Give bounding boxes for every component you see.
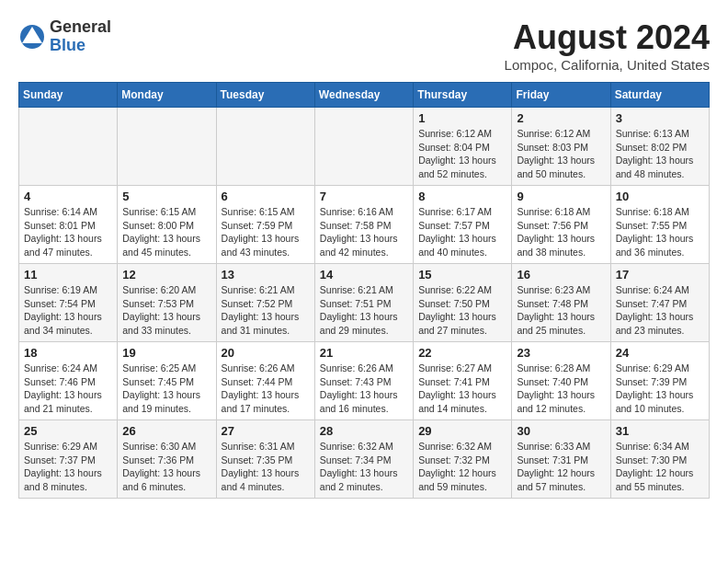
- calendar-week-1: 1Sunrise: 6:12 AM Sunset: 8:04 PM Daylig…: [19, 108, 710, 186]
- day-number: 12: [122, 268, 210, 282]
- day-number: 22: [418, 346, 506, 360]
- calendar-cell: [216, 108, 314, 186]
- calendar-cell: 6Sunrise: 6:15 AM Sunset: 7:59 PM Daylig…: [216, 186, 314, 264]
- day-info: Sunrise: 6:19 AM Sunset: 7:54 PM Dayligh…: [24, 283, 112, 338]
- calendar-cell: 14Sunrise: 6:21 AM Sunset: 7:51 PM Dayli…: [314, 264, 413, 342]
- day-number: 30: [517, 424, 605, 438]
- day-number: 16: [517, 268, 605, 282]
- calendar-cell: 5Sunrise: 6:15 AM Sunset: 8:00 PM Daylig…: [118, 186, 216, 264]
- day-number: 10: [616, 190, 704, 203]
- logo-general: General: [50, 18, 111, 37]
- day-number: 17: [616, 268, 704, 282]
- day-info: Sunrise: 6:26 AM Sunset: 7:44 PM Dayligh…: [222, 362, 310, 416]
- day-number: 25: [24, 424, 112, 438]
- day-number: 7: [320, 190, 408, 203]
- weekday-header-thursday: Thursday: [414, 83, 512, 108]
- calendar: SundayMondayTuesdayWednesdayThursdayFrid…: [18, 82, 710, 499]
- logo-text: General Blue: [50, 18, 111, 55]
- day-info: Sunrise: 6:34 AM Sunset: 7:30 PM Dayligh…: [616, 440, 704, 494]
- calendar-cell: 24Sunrise: 6:29 AM Sunset: 7:39 PM Dayli…: [610, 342, 709, 420]
- calendar-cell: 12Sunrise: 6:20 AM Sunset: 7:53 PM Dayli…: [118, 264, 216, 342]
- day-info: Sunrise: 6:24 AM Sunset: 7:47 PM Dayligh…: [616, 283, 704, 338]
- title-block: August 2024 Lompoc, California, United S…: [505, 18, 710, 73]
- day-number: 13: [222, 268, 310, 282]
- calendar-cell: 8Sunrise: 6:17 AM Sunset: 7:57 PM Daylig…: [414, 186, 512, 264]
- weekday-header-sunday: Sunday: [19, 83, 118, 108]
- page-header: General Blue August 2024 Lompoc, Califor…: [18, 18, 710, 73]
- day-info: Sunrise: 6:13 AM Sunset: 8:02 PM Dayligh…: [616, 127, 704, 181]
- calendar-cell: 22Sunrise: 6:27 AM Sunset: 7:41 PM Dayli…: [414, 342, 512, 420]
- day-number: 1: [418, 111, 506, 125]
- calendar-cell: 28Sunrise: 6:32 AM Sunset: 7:34 PM Dayli…: [314, 420, 413, 499]
- day-number: 20: [222, 346, 310, 360]
- day-number: 29: [418, 424, 506, 438]
- day-info: Sunrise: 6:15 AM Sunset: 7:59 PM Dayligh…: [222, 205, 310, 259]
- day-number: 24: [616, 346, 704, 360]
- day-info: Sunrise: 6:31 AM Sunset: 7:35 PM Dayligh…: [222, 440, 310, 494]
- day-info: Sunrise: 6:18 AM Sunset: 7:56 PM Dayligh…: [517, 205, 605, 259]
- day-info: Sunrise: 6:29 AM Sunset: 7:39 PM Dayligh…: [616, 362, 704, 416]
- day-info: Sunrise: 6:26 AM Sunset: 7:43 PM Dayligh…: [320, 362, 408, 416]
- day-number: 23: [517, 346, 605, 360]
- calendar-cell: 13Sunrise: 6:21 AM Sunset: 7:52 PM Dayli…: [216, 264, 314, 342]
- logo-blue: Blue: [50, 37, 111, 55]
- calendar-cell: 7Sunrise: 6:16 AM Sunset: 7:58 PM Daylig…: [314, 186, 413, 264]
- logo-icon: [18, 23, 46, 51]
- weekday-header-tuesday: Tuesday: [216, 83, 314, 108]
- day-number: 31: [616, 424, 704, 438]
- calendar-cell: 26Sunrise: 6:30 AM Sunset: 7:36 PM Dayli…: [118, 420, 216, 499]
- day-number: 14: [320, 268, 408, 282]
- weekday-row: SundayMondayTuesdayWednesdayThursdayFrid…: [19, 83, 710, 108]
- calendar-header: SundayMondayTuesdayWednesdayThursdayFrid…: [19, 83, 710, 108]
- calendar-cell: 4Sunrise: 6:14 AM Sunset: 8:01 PM Daylig…: [19, 186, 118, 264]
- calendar-cell: 19Sunrise: 6:25 AM Sunset: 7:45 PM Dayli…: [118, 342, 216, 420]
- day-number: 4: [24, 190, 112, 203]
- calendar-cell: 18Sunrise: 6:24 AM Sunset: 7:46 PM Dayli…: [19, 342, 118, 420]
- calendar-cell: 30Sunrise: 6:33 AM Sunset: 7:31 PM Dayli…: [512, 420, 610, 499]
- day-number: 11: [24, 268, 112, 282]
- day-number: 6: [222, 190, 310, 203]
- day-info: Sunrise: 6:23 AM Sunset: 7:48 PM Dayligh…: [517, 283, 605, 338]
- calendar-cell: 31Sunrise: 6:34 AM Sunset: 7:30 PM Dayli…: [610, 420, 709, 499]
- location: Lompoc, California, United States: [505, 57, 710, 73]
- day-info: Sunrise: 6:28 AM Sunset: 7:40 PM Dayligh…: [517, 362, 605, 416]
- day-info: Sunrise: 6:25 AM Sunset: 7:45 PM Dayligh…: [122, 362, 210, 416]
- calendar-cell: [314, 108, 413, 186]
- calendar-cell: 2Sunrise: 6:12 AM Sunset: 8:03 PM Daylig…: [512, 108, 610, 186]
- day-number: 9: [517, 190, 605, 203]
- day-info: Sunrise: 6:17 AM Sunset: 7:57 PM Dayligh…: [418, 205, 506, 259]
- day-info: Sunrise: 6:12 AM Sunset: 8:03 PM Dayligh…: [517, 127, 605, 181]
- weekday-header-saturday: Saturday: [610, 83, 709, 108]
- calendar-cell: 23Sunrise: 6:28 AM Sunset: 7:40 PM Dayli…: [512, 342, 610, 420]
- calendar-cell: 3Sunrise: 6:13 AM Sunset: 8:02 PM Daylig…: [610, 108, 709, 186]
- day-number: 18: [24, 346, 112, 360]
- day-info: Sunrise: 6:24 AM Sunset: 7:46 PM Dayligh…: [24, 362, 112, 416]
- day-info: Sunrise: 6:14 AM Sunset: 8:01 PM Dayligh…: [24, 205, 112, 259]
- day-info: Sunrise: 6:22 AM Sunset: 7:50 PM Dayligh…: [418, 283, 506, 338]
- calendar-cell: 15Sunrise: 6:22 AM Sunset: 7:50 PM Dayli…: [414, 264, 512, 342]
- calendar-cell: 17Sunrise: 6:24 AM Sunset: 7:47 PM Dayli…: [610, 264, 709, 342]
- day-info: Sunrise: 6:12 AM Sunset: 8:04 PM Dayligh…: [418, 127, 506, 181]
- calendar-week-3: 11Sunrise: 6:19 AM Sunset: 7:54 PM Dayli…: [19, 264, 710, 342]
- calendar-cell: 11Sunrise: 6:19 AM Sunset: 7:54 PM Dayli…: [19, 264, 118, 342]
- calendar-cell: 16Sunrise: 6:23 AM Sunset: 7:48 PM Dayli…: [512, 264, 610, 342]
- day-number: 2: [517, 111, 605, 125]
- calendar-week-5: 25Sunrise: 6:29 AM Sunset: 7:37 PM Dayli…: [19, 420, 710, 499]
- day-number: 19: [122, 346, 210, 360]
- day-info: Sunrise: 6:32 AM Sunset: 7:32 PM Dayligh…: [418, 440, 506, 494]
- day-number: 21: [320, 346, 408, 360]
- calendar-cell: 1Sunrise: 6:12 AM Sunset: 8:04 PM Daylig…: [414, 108, 512, 186]
- month-title: August 2024: [505, 18, 710, 57]
- day-number: 15: [418, 268, 506, 282]
- day-info: Sunrise: 6:18 AM Sunset: 7:55 PM Dayligh…: [616, 205, 704, 259]
- day-number: 8: [418, 190, 506, 203]
- calendar-cell: [118, 108, 216, 186]
- calendar-cell: [19, 108, 118, 186]
- calendar-week-2: 4Sunrise: 6:14 AM Sunset: 8:01 PM Daylig…: [19, 186, 710, 264]
- calendar-cell: 29Sunrise: 6:32 AM Sunset: 7:32 PM Dayli…: [414, 420, 512, 499]
- day-info: Sunrise: 6:20 AM Sunset: 7:53 PM Dayligh…: [122, 283, 210, 338]
- calendar-cell: 20Sunrise: 6:26 AM Sunset: 7:44 PM Dayli…: [216, 342, 314, 420]
- calendar-body: 1Sunrise: 6:12 AM Sunset: 8:04 PM Daylig…: [19, 108, 710, 499]
- day-number: 3: [616, 111, 704, 125]
- calendar-cell: 10Sunrise: 6:18 AM Sunset: 7:55 PM Dayli…: [610, 186, 709, 264]
